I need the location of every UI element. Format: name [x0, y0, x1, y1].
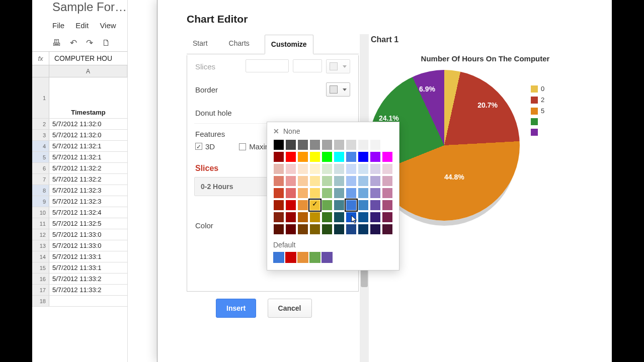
color-swatch[interactable] — [382, 200, 393, 211]
color-swatch[interactable] — [321, 188, 333, 199]
color-swatch[interactable] — [321, 200, 333, 211]
color-swatch[interactable] — [358, 151, 369, 162]
color-swatch[interactable] — [382, 163, 393, 174]
table-row[interactable]: 35/7/2012 11:32:0 — [32, 130, 127, 141]
color-swatch[interactable] — [297, 151, 308, 162]
default-color-swatch[interactable] — [273, 252, 284, 263]
color-swatch[interactable] — [382, 212, 393, 223]
color-swatch[interactable] — [309, 175, 320, 187]
color-swatch[interactable] — [297, 200, 308, 211]
color-swatch[interactable] — [285, 224, 296, 235]
table-row[interactable]: 105/7/2012 11:32:4 — [32, 207, 127, 218]
slice-label-mode-select[interactable] — [246, 59, 289, 72]
feature-3d-checkbox[interactable]: 3D — [195, 142, 215, 151]
table-row[interactable]: 155/7/2012 11:33:1 — [32, 262, 127, 274]
color-swatch[interactable] — [334, 151, 345, 162]
color-swatch[interactable] — [358, 212, 369, 223]
slice-font-size-select[interactable] — [293, 59, 322, 72]
redo-icon[interactable]: ↷ — [86, 38, 93, 48]
slice-text-color-button[interactable] — [326, 59, 350, 73]
table-row[interactable]: 65/7/2012 11:32:2 — [32, 163, 127, 174]
paint-format-icon[interactable]: 🗋 — [102, 38, 111, 48]
color-swatch[interactable] — [285, 188, 296, 199]
color-swatch[interactable] — [321, 224, 333, 235]
table-row[interactable]: 145/7/2012 11:33:1 — [32, 251, 127, 262]
default-color-swatch[interactable] — [321, 252, 333, 263]
color-swatch[interactable] — [358, 188, 369, 199]
color-swatch[interactable] — [297, 212, 308, 223]
color-swatch[interactable] — [346, 224, 357, 235]
color-swatch[interactable] — [370, 139, 381, 150]
table-row[interactable]: 135/7/2012 11:33:0 — [32, 240, 127, 251]
color-swatch[interactable] — [382, 188, 393, 199]
default-color-swatch[interactable] — [297, 252, 308, 263]
color-swatch[interactable] — [334, 224, 345, 235]
color-swatch[interactable] — [370, 224, 381, 235]
color-swatch[interactable] — [285, 175, 296, 187]
table-row[interactable]: 165/7/2012 11:33:2 — [32, 274, 127, 285]
color-swatch[interactable] — [309, 212, 320, 223]
doc-title[interactable]: Sample For… — [32, 0, 127, 18]
color-swatch[interactable] — [309, 151, 320, 162]
color-swatch[interactable] — [297, 224, 308, 235]
table-row[interactable]: 175/7/2012 11:33:2 — [32, 285, 127, 296]
color-swatch[interactable] — [370, 175, 381, 187]
table-row[interactable]: 18 — [32, 296, 127, 307]
default-color-swatch[interactable] — [285, 252, 296, 263]
color-swatch[interactable] — [309, 188, 320, 199]
color-swatch[interactable] — [346, 200, 357, 211]
color-swatch[interactable] — [285, 163, 296, 174]
color-swatch[interactable] — [370, 151, 381, 162]
color-swatch[interactable] — [297, 188, 308, 199]
color-swatch[interactable] — [358, 224, 369, 235]
color-swatch[interactable] — [297, 139, 308, 150]
tab-customize[interactable]: Customize — [265, 35, 313, 54]
undo-icon[interactable]: ↶ — [70, 38, 77, 48]
table-row[interactable]: 95/7/2012 11:32:3 — [32, 196, 127, 207]
print-icon[interactable]: 🖶 — [52, 38, 61, 48]
color-swatch[interactable] — [370, 163, 381, 174]
color-swatch[interactable] — [297, 163, 308, 174]
color-swatch[interactable] — [370, 212, 381, 223]
color-swatch[interactable] — [346, 163, 357, 174]
color-swatch[interactable] — [382, 151, 393, 162]
table-row[interactable]: 125/7/2012 11:33:0 — [32, 229, 127, 240]
color-swatch[interactable] — [334, 212, 345, 223]
color-swatch[interactable] — [309, 224, 320, 235]
color-swatch[interactable] — [273, 200, 284, 211]
color-swatch[interactable] — [334, 175, 345, 187]
color-swatch[interactable] — [334, 163, 345, 174]
color-swatch[interactable] — [370, 188, 381, 199]
color-swatch[interactable] — [370, 200, 381, 211]
table-row[interactable]: 55/7/2012 11:32:1 — [32, 152, 127, 163]
color-swatch[interactable] — [321, 151, 333, 162]
color-swatch[interactable] — [382, 175, 393, 187]
tab-charts[interactable]: Charts — [223, 34, 256, 54]
table-row[interactable]: 75/7/2012 11:32:2 — [32, 174, 127, 185]
column-header-a[interactable]: A — [49, 65, 127, 77]
border-color-button[interactable] — [326, 82, 350, 97]
color-swatch[interactable] — [358, 200, 369, 211]
color-swatch[interactable] — [382, 224, 393, 235]
color-none-option[interactable]: ✕ None — [273, 127, 393, 139]
color-swatch[interactable] — [346, 151, 357, 162]
color-swatch[interactable] — [346, 139, 357, 150]
color-swatch[interactable] — [309, 163, 320, 174]
color-swatch[interactable] — [285, 212, 296, 223]
color-swatch[interactable] — [358, 139, 369, 150]
menu-edit[interactable]: Edit — [75, 21, 89, 30]
color-swatch[interactable] — [321, 139, 333, 150]
color-swatch[interactable] — [285, 139, 296, 150]
insert-button[interactable]: Insert — [216, 299, 256, 318]
color-swatch[interactable] — [285, 151, 296, 162]
color-swatch[interactable] — [273, 188, 284, 199]
color-swatch[interactable] — [285, 200, 296, 211]
color-swatch[interactable] — [321, 212, 333, 223]
cancel-button[interactable]: Cancel — [268, 299, 312, 318]
color-swatch[interactable] — [321, 175, 333, 187]
color-swatch[interactable] — [273, 139, 284, 150]
color-swatch[interactable] — [273, 151, 284, 162]
grid-body[interactable]: 1Timestamp25/7/2012 11:32:035/7/2012 11:… — [32, 77, 127, 307]
color-swatch[interactable] — [321, 163, 333, 174]
default-color-swatch[interactable] — [309, 252, 320, 263]
